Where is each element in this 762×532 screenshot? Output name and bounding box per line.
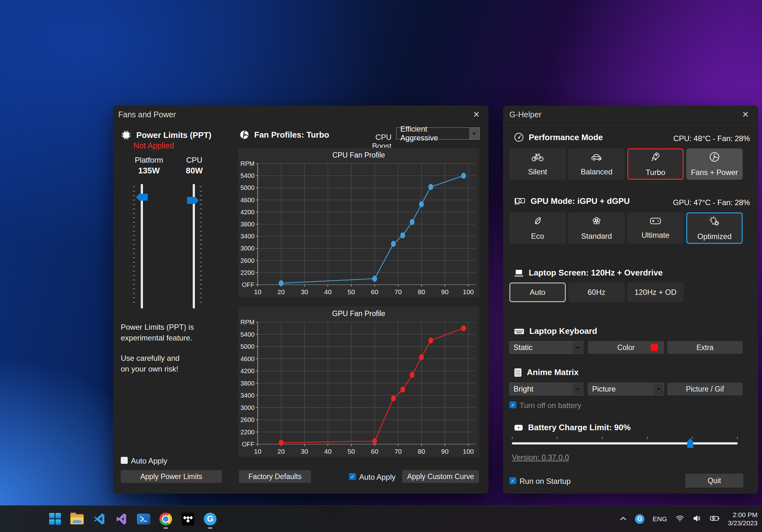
svg-text:3000: 3000 (241, 404, 255, 411)
svg-text:4600: 4600 (241, 355, 255, 362)
matrix-picture-gif-button[interactable]: Picture / Gif (667, 383, 743, 395)
taskbar: G G ENG 2: (0, 505, 762, 532)
chrome-button[interactable] (159, 512, 173, 526)
screen-button-120hz-od[interactable]: 120Hz + OD (627, 282, 684, 302)
file-explorer-button[interactable] (70, 512, 84, 526)
wifi-icon[interactable] (675, 515, 684, 523)
run-on-startup-checkbox[interactable]: ✓ (509, 477, 516, 484)
svg-text:RPM: RPM (241, 161, 255, 167)
svg-text:OFF: OFF (242, 281, 255, 288)
svg-text:4600: 4600 (241, 196, 255, 203)
gpu-fan-chart-panel[interactable]: GPU Fan Profile OFF220026003000340038004… (238, 306, 479, 457)
battery-slider-track[interactable] (512, 442, 737, 444)
cpu-slider-thumb[interactable] (187, 197, 199, 204)
auto-apply-power-label: Auto Apply (131, 457, 167, 465)
tray-chevron-up-icon[interactable] (620, 516, 627, 522)
tidal-button[interactable] (181, 512, 195, 526)
gpu-fan-chart[interactable]: OFF220026003000340038004200460050005400R… (238, 320, 479, 457)
svg-text:40: 40 (324, 288, 332, 295)
laptop-keyboard-heading: Laptop Keyboard (514, 326, 597, 336)
powershell-button[interactable] (136, 512, 151, 526)
matrix-brightness-select[interactable]: Bright (509, 383, 583, 395)
svg-text:20: 20 (277, 448, 285, 455)
perf-button-silent[interactable]: Silent (509, 148, 566, 180)
tidal-icon (182, 513, 194, 525)
svg-text:4200: 4200 (241, 209, 255, 216)
volume-icon[interactable] (693, 515, 702, 523)
g-helper-icon: G (204, 513, 216, 525)
svg-text:3800: 3800 (241, 380, 255, 387)
platform-slider-thumb[interactable] (136, 194, 148, 201)
language-indicator[interactable]: ENG (652, 515, 667, 523)
battery-slider-ticks (512, 436, 737, 439)
platform-slider-ticks (133, 187, 135, 306)
chevron-down-icon[interactable] (469, 128, 479, 139)
cpu-label: CPU (172, 156, 216, 165)
svg-text:20: 20 (277, 288, 285, 295)
g-helper-window: G-Helper ✕ Performance Mode CPU: 48°C - … (503, 106, 758, 494)
start-button[interactable] (47, 512, 62, 526)
svg-text:3000: 3000 (241, 245, 255, 252)
cpu-fan-chart[interactable]: OFF220026003000340038004200460050005400R… (238, 161, 479, 297)
gauge-icon (514, 132, 524, 142)
chevron-down-icon[interactable] (573, 342, 583, 353)
close-icon[interactable]: ✕ (739, 109, 752, 120)
chevron-down-icon[interactable] (653, 383, 664, 395)
svg-text:70: 70 (394, 448, 402, 455)
leaf-icon (533, 216, 543, 228)
svg-text:60: 60 (371, 288, 378, 295)
car-icon (590, 152, 603, 164)
keyboard-color-button[interactable]: Color (588, 341, 664, 354)
apply-power-limits-button[interactable]: Apply Power Limits (121, 470, 222, 483)
battery-charging-icon[interactable] (710, 515, 720, 523)
perf-button-turbo[interactable]: Turbo (627, 148, 684, 180)
flower-icon (591, 216, 602, 228)
gpu-button-optimized[interactable]: Optimized (686, 212, 743, 244)
svg-text:100: 100 (463, 288, 474, 295)
svg-text:RPM: RPM (241, 320, 255, 326)
turn-off-on-battery-checkbox[interactable]: ✓ (509, 401, 516, 408)
perf-button-fans-power[interactable]: Fans + Power (686, 148, 743, 180)
cpu-value: 80W (172, 166, 216, 176)
cpu-fan-chart-panel[interactable]: CPU Fan Profile OFF220026003000340038004… (238, 148, 479, 297)
matrix-mode-value: Picture (588, 383, 653, 395)
screen-button-60hz[interactable]: 60Hz (568, 282, 625, 302)
auto-apply-power-checkbox[interactable] (121, 457, 128, 464)
battery-icon (514, 424, 523, 431)
window-title: G-Helper (509, 110, 541, 119)
gpu-mode-heading: GPU Mode: iGPU + dGPU (514, 196, 630, 206)
keyboard-extra-button[interactable]: Extra (667, 341, 743, 354)
visual-studio-button[interactable] (114, 512, 129, 526)
g-helper-button[interactable]: G (203, 512, 217, 526)
gpu-button-eco[interactable]: Eco (509, 212, 566, 244)
chevron-down-icon[interactable] (573, 383, 583, 395)
cpu-boost-select[interactable]: Efficient Aggressive (396, 127, 480, 139)
svg-text:50: 50 (348, 288, 355, 295)
apply-custom-curve-button[interactable]: Apply Custom Curve (402, 470, 479, 483)
svg-text:10: 10 (254, 288, 261, 295)
perf-button-balanced[interactable]: Balanced (568, 148, 625, 180)
matrix-mode-select[interactable]: Picture (588, 383, 664, 395)
chart-title: CPU Fan Profile (238, 148, 479, 161)
svg-text:40: 40 (324, 448, 332, 455)
battery-slider-thumb[interactable] (687, 438, 693, 448)
g-helper-tray-icon[interactable]: G (635, 514, 645, 524)
svg-text:80: 80 (418, 288, 425, 295)
cpu-chip-icon (121, 130, 131, 140)
taskbar-clock[interactable]: 2:00 PM 3/23/2023 (728, 511, 758, 527)
gpu-button-ultimate[interactable]: Ultimate (627, 212, 684, 244)
matrix-dots-icon (514, 368, 522, 377)
quit-button[interactable]: Quit (685, 474, 743, 488)
auto-apply-curve-checkbox[interactable]: ✓ (349, 473, 356, 480)
close-icon[interactable]: ✕ (470, 109, 483, 120)
vscode-button[interactable] (92, 512, 107, 526)
screen-button-auto[interactable]: Auto (509, 282, 566, 302)
platform-slider-track[interactable] (141, 184, 143, 309)
gpu-button-standard[interactable]: Standard (568, 212, 625, 244)
cpu-slider-ticks (200, 187, 202, 306)
factory-defaults-button[interactable]: Factory Defaults (239, 470, 311, 483)
turn-off-on-battery-label: Turn off on battery (519, 401, 581, 410)
keyboard-mode-select[interactable]: Static (509, 341, 583, 354)
svg-text:5400: 5400 (241, 331, 255, 338)
version-link[interactable]: Version: 0.37.0.0 (512, 453, 569, 462)
